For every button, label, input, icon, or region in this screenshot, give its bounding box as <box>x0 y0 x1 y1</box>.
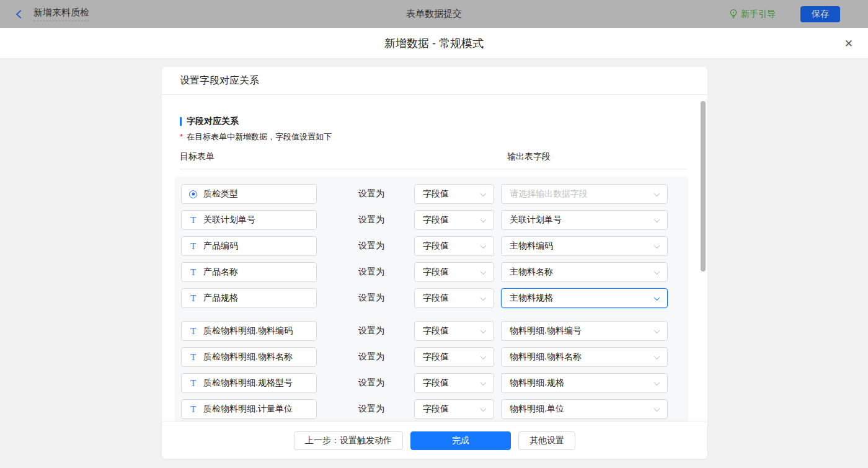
output-field-select-value: 主物料名称 <box>510 267 553 278</box>
mapping-note-text: 在目标表单中新增数据，字段值设置如下 <box>187 131 332 143</box>
target-field-label: 产品规格 <box>203 293 238 304</box>
beginner-guide-link[interactable]: 新手引导 <box>729 9 776 20</box>
target-field-box[interactable]: 质检类型 <box>181 184 317 204</box>
other-settings-button[interactable]: 其他设置 <box>518 431 575 450</box>
text-field-icon: T <box>189 268 197 277</box>
set-as-label: 设置为 <box>358 267 414 278</box>
value-mode-select[interactable]: 字段值 <box>414 288 494 308</box>
set-as-label: 设置为 <box>358 325 414 337</box>
chevron-down-icon <box>480 379 487 386</box>
value-mode-select[interactable]: 字段值 <box>414 262 494 282</box>
output-field-select[interactable]: 关联计划单号 <box>501 210 668 230</box>
column-divider <box>180 169 687 169</box>
section-marker-bar <box>180 117 182 126</box>
section-title-label: 字段对应关系 <box>187 116 239 127</box>
output-field-select[interactable]: 物料明细.规格 <box>501 373 668 393</box>
mapping-row: T质检物料明细.计量单位设置为字段值物料明细.单位 <box>181 399 688 419</box>
chevron-down-icon <box>654 294 660 301</box>
value-mode-select[interactable]: 字段值 <box>414 321 494 341</box>
chevron-down-icon <box>480 405 487 412</box>
chevron-down-icon <box>654 405 660 412</box>
radio-icon <box>189 190 197 198</box>
value-mode-select-value: 字段值 <box>423 377 449 389</box>
chevron-down-icon <box>480 242 487 249</box>
close-icon[interactable]: ✕ <box>844 38 853 48</box>
output-field-select-value: 物料明细.物料名称 <box>510 351 582 363</box>
chevron-down-icon <box>480 216 487 223</box>
output-field-select[interactable]: 主物料编码 <box>501 236 668 256</box>
target-field-label: 质检物料明细.规格型号 <box>203 377 293 389</box>
text-field-icon: T <box>189 405 197 414</box>
value-mode-select[interactable]: 字段值 <box>414 399 494 419</box>
target-field-label: 质检物料明细.物料编码 <box>203 325 293 337</box>
target-field-box[interactable]: T产品编码 <box>181 236 317 256</box>
output-field-select[interactable]: 主物料名称 <box>501 262 668 282</box>
value-mode-select[interactable]: 字段值 <box>414 236 494 256</box>
value-mode-select[interactable]: 字段值 <box>414 373 494 393</box>
target-field-label: 质检物料明细.物料名称 <box>203 351 293 363</box>
output-field-select-value: 主物料规格 <box>510 293 553 304</box>
column-header-target-form: 目标表单 <box>180 151 215 162</box>
modal-title: 新增数据 - 常规模式 <box>0 28 868 58</box>
value-mode-select-value: 字段值 <box>423 293 449 304</box>
done-button[interactable]: 完成 <box>410 431 511 450</box>
value-mode-select-value: 字段值 <box>423 267 449 278</box>
chevron-down-icon <box>654 353 660 360</box>
target-field-label: 质检物料明细.计量单位 <box>203 404 293 415</box>
value-mode-select[interactable]: 字段值 <box>414 210 494 230</box>
topbar-right-group: 新手引导 保存 <box>729 0 840 28</box>
output-field-select[interactable]: 物料明细.单位 <box>501 399 668 419</box>
beginner-guide-label: 新手引导 <box>741 9 776 20</box>
output-field-select-value: 关联计划单号 <box>510 214 562 226</box>
target-field-box[interactable]: T质检物料明细.计量单位 <box>181 399 317 419</box>
text-field-icon: T <box>189 294 197 303</box>
previous-step-button[interactable]: 上一步：设置触发动作 <box>294 431 403 450</box>
card-footer: 上一步：设置触发动作完成其他设置 <box>162 422 707 459</box>
value-mode-select-value: 字段值 <box>423 241 449 252</box>
chevron-down-icon <box>654 268 660 275</box>
mapping-row: T产品编码设置为字段值主物料编码 <box>181 236 688 256</box>
text-field-icon: T <box>189 379 197 388</box>
target-field-box[interactable]: T质检物料明细.物料名称 <box>181 347 317 367</box>
value-mode-select[interactable]: 字段值 <box>414 347 494 367</box>
mapping-row: T关联计划单号设置为字段值关联计划单号 <box>181 210 688 230</box>
card-header-title: 设置字段对应关系 <box>162 67 707 95</box>
output-field-select[interactable]: 物料明细.物料编号 <box>501 321 668 341</box>
text-field-icon: T <box>189 353 197 362</box>
set-as-label: 设置为 <box>358 241 414 252</box>
mapping-row: 质检类型设置为字段值请选择输出数据字段 <box>181 184 688 204</box>
mapping-row: T产品名称设置为字段值主物料名称 <box>181 262 688 282</box>
output-field-select[interactable]: 请选择输出数据字段 <box>501 184 668 204</box>
vertical-scrollbar-thumb[interactable] <box>701 101 706 272</box>
mapping-row: T质检物料明细.规格型号设置为字段值物料明细.规格 <box>181 373 688 393</box>
mapping-row: T质检物料明细.物料名称设置为字段值物料明细.物料名称 <box>181 347 688 367</box>
set-as-label: 设置为 <box>358 188 414 200</box>
chevron-down-icon <box>480 268 487 275</box>
target-field-box[interactable]: T质检物料明细.物料编码 <box>181 321 317 341</box>
top-bar: 新增来料质检 表单数据提交 新手引导 保存 <box>0 0 868 28</box>
mapping-rows-container: 质检类型设置为字段值请选择输出数据字段T关联计划单号设置为字段值关联计划单号T产… <box>175 177 688 459</box>
target-field-label: 产品名称 <box>203 267 238 278</box>
column-header-output-field: 输出表字段 <box>507 151 551 162</box>
value-mode-select[interactable]: 字段值 <box>414 184 494 204</box>
text-field-icon: T <box>189 242 197 251</box>
set-as-label: 设置为 <box>358 214 414 226</box>
chevron-down-icon <box>480 327 487 333</box>
target-field-box[interactable]: T质检物料明细.规格型号 <box>181 373 317 393</box>
chevron-down-icon <box>654 216 660 223</box>
field-mapping-card: 设置字段对应关系 字段对应关系 * 在目标表单中新增数据，字段值设置如下 目标表… <box>162 67 707 459</box>
section-title: 字段对应关系 <box>180 116 239 127</box>
set-as-label: 设置为 <box>358 293 414 304</box>
output-field-select[interactable]: 主物料规格 <box>501 288 668 308</box>
chevron-down-icon <box>654 190 660 196</box>
text-field-icon: T <box>189 327 197 336</box>
set-as-label: 设置为 <box>358 351 414 363</box>
save-button[interactable]: 保存 <box>800 6 840 22</box>
chevron-down-icon <box>654 242 660 249</box>
output-field-select[interactable]: 物料明细.物料名称 <box>501 347 668 367</box>
target-field-box[interactable]: T关联计划单号 <box>181 210 317 230</box>
target-field-box[interactable]: T产品名称 <box>181 262 317 282</box>
chevron-down-icon <box>480 353 487 360</box>
target-field-box[interactable]: T产品规格 <box>181 288 317 308</box>
target-field-label: 产品编码 <box>203 241 238 252</box>
